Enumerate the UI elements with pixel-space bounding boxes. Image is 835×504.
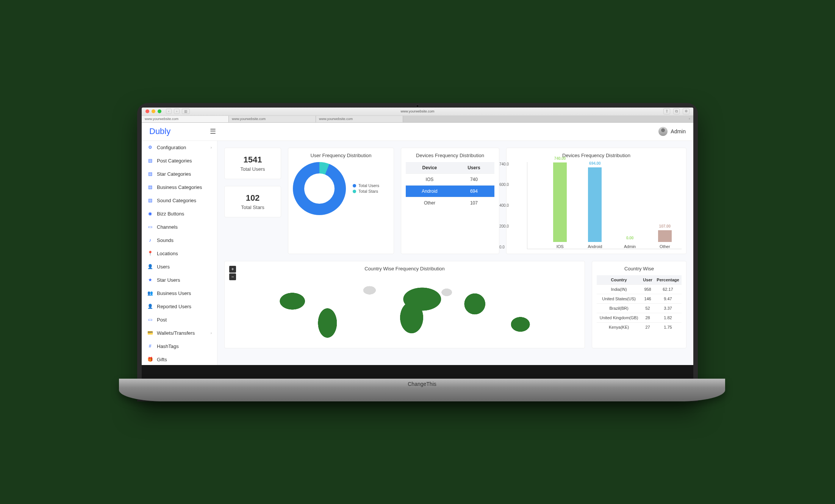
nav-arrows: ‹ › ▥	[166, 109, 190, 114]
col-header: Country	[597, 275, 641, 285]
cell-user: 146	[641, 294, 654, 303]
sidebar-item-locations[interactable]: 📍Locations	[142, 247, 217, 260]
map-zoom-out-button[interactable]: −	[229, 273, 236, 280]
laptop-base: ChangeThis	[119, 379, 725, 401]
table-row[interactable]: United States(US)1469.47	[597, 294, 682, 303]
cell-country: United Kingdom(GB)	[597, 313, 641, 322]
map-zoom-in-button[interactable]: +	[229, 266, 236, 273]
browser-tab[interactable]: www.yourwebsite.com	[142, 116, 229, 122]
back-button[interactable]: ‹	[166, 109, 172, 114]
y-axis: 740.0600.0400.0200.00.0	[499, 162, 511, 249]
sidebar-item-label: Bizz Buttons	[157, 211, 184, 217]
laptop-frame: ‹ › ▥ www.yourwebsite.com ⇪ ⧉ ✲ www.your…	[137, 103, 698, 401]
current-user-label[interactable]: Admin	[671, 128, 686, 134]
stat-value: 102	[228, 193, 277, 203]
col-header: Percentage	[654, 275, 682, 285]
card-title: Devices Frequency Distribution	[511, 153, 682, 158]
tabs-icon[interactable]: ⧉	[673, 108, 680, 114]
sidebar-item-hashtags[interactable]: #HashTags	[142, 340, 217, 353]
sidebar-item-label: Users	[157, 264, 170, 270]
legend-label: Total Users	[358, 183, 379, 188]
browser-toolbar: ‹ › ▥ www.yourwebsite.com ⇪ ⧉ ✲	[142, 108, 693, 116]
bar: 694.00	[588, 167, 602, 242]
sidebar-item-star-users[interactable]: ★Star Users	[142, 273, 217, 287]
close-window-icon[interactable]	[145, 109, 149, 113]
cell-user: 27	[641, 322, 654, 332]
laptop-camera	[416, 105, 419, 108]
sidebar-item-business-categories[interactable]: ▤Business Categories	[142, 181, 217, 194]
table-row[interactable]: United Kingdom(GB)281.82	[597, 313, 682, 322]
address-bar[interactable]: www.yourwebsite.com	[400, 109, 434, 113]
cell-device: Android	[406, 185, 453, 197]
minimize-window-icon[interactable]	[152, 109, 155, 113]
sidebar-item-label: Reported Users	[157, 304, 191, 309]
sidebar-item-sounds[interactable]: ♪Sounds	[142, 234, 217, 247]
sidebar-item-business-users[interactable]: 👥Business Users	[142, 287, 217, 300]
cell-country: Brazil(BR)	[597, 303, 641, 313]
sidebar-item-post-categories[interactable]: ▤Post Categories	[142, 154, 217, 167]
sidebar-item-sound-categories[interactable]: ▤Sound Categories	[142, 194, 217, 207]
cell-device: IOS	[406, 173, 453, 185]
bar-value-label: 740.00	[554, 156, 566, 161]
sidebar-icon: ▤	[147, 198, 153, 203]
bar-group: 740.00IOS	[543, 162, 577, 249]
sidebar-icon: ⚙	[147, 145, 153, 150]
world-map[interactable]	[229, 275, 580, 343]
sidebar-item-reported-users[interactable]: 👤Reported Users	[142, 300, 217, 313]
sidebar-icon: 👥	[147, 290, 153, 296]
app-header: Dubly ☰ Admin	[142, 123, 693, 141]
bar-group: 694.00Android	[578, 167, 611, 249]
sidebar-toggle-icon[interactable]: ▥	[182, 109, 190, 114]
sidebar-icon: 👤	[147, 304, 153, 309]
legend-swatch-icon	[353, 184, 356, 187]
y-tick-label: 200.0	[499, 224, 509, 228]
device-bar-card: Devices Frequency Distribution 740.0600.…	[506, 148, 686, 254]
settings-gear-icon[interactable]: ✲	[683, 108, 690, 114]
card-title: Country Wise Frequency Distribution	[229, 266, 580, 272]
share-icon[interactable]: ⇪	[663, 108, 670, 114]
sidebar-item-configuration[interactable]: ⚙Configuration›	[142, 141, 217, 154]
sidebar-item-label: Channels	[157, 224, 178, 230]
cell-users: 107	[453, 197, 494, 209]
new-tab-button[interactable]: +	[686, 116, 693, 122]
sidebar-item-label: Star Users	[157, 277, 180, 283]
maximize-window-icon[interactable]	[158, 109, 161, 113]
table-row[interactable]: Kenya(KE)271.75	[597, 322, 682, 332]
app-root: Dubly ☰ Admin ⚙Configuration›▤Post Categ…	[142, 123, 693, 365]
table-row[interactable]: India(IN)95862.17	[597, 284, 682, 294]
y-tick-label: 600.0	[499, 183, 509, 187]
col-header: Users	[453, 162, 494, 174]
table-row[interactable]: Android694	[406, 185, 494, 197]
sidebar-item-post[interactable]: ▭Post	[142, 313, 217, 326]
sidebar-item-bizz-buttons[interactable]: ◉Bizz Buttons	[142, 207, 217, 220]
donut-chart	[293, 162, 346, 215]
menu-toggle-icon[interactable]: ☰	[210, 127, 216, 136]
sidebar-item-gifts[interactable]: 🎁Gifts	[142, 353, 217, 365]
sidebar-item-label: Post Categories	[157, 158, 192, 164]
cell-pct: 3.37	[654, 303, 682, 313]
forward-button[interactable]: ›	[174, 109, 180, 114]
browser-tab[interactable]: www.yourwebsite.com	[229, 116, 316, 122]
app-logo[interactable]: Dubly	[149, 126, 210, 136]
sidebar-item-label: Sound Categories	[157, 198, 196, 203]
sidebar-item-wallets-transfers[interactable]: 💳Wallets/Transfers›	[142, 326, 217, 340]
bar: 740.00	[553, 162, 567, 242]
table-row[interactable]: IOS740	[406, 173, 494, 185]
country-table: Country User Percentage India(IN)95862.1…	[597, 275, 682, 332]
sidebar-icon: #	[147, 343, 153, 349]
cell-device: Other	[406, 197, 453, 209]
browser-tab[interactable]: www.yourwebsite.com	[316, 116, 403, 122]
laptop-screen: ‹ › ▥ www.yourwebsite.com ⇪ ⧉ ✲ www.your…	[142, 108, 693, 379]
bar-value-label: 107.00	[659, 224, 671, 228]
country-map-card: Country Wise Frequency Distribution + −	[224, 261, 585, 348]
table-row[interactable]: Brazil(BR)523.37	[597, 303, 682, 313]
sidebar-item-star-categories[interactable]: ▤Star Categories	[142, 167, 217, 181]
window-traffic-lights[interactable]	[145, 109, 161, 113]
screen-bezel-bottom	[142, 365, 693, 379]
table-row[interactable]: Other107	[406, 197, 494, 209]
cell-country: India(IN)	[597, 284, 641, 294]
avatar-icon[interactable]	[658, 127, 668, 136]
sidebar-item-channels[interactable]: ▭Channels	[142, 220, 217, 234]
sidebar-item-users[interactable]: 👤Users	[142, 260, 217, 273]
cell-pct: 9.47	[654, 294, 682, 303]
